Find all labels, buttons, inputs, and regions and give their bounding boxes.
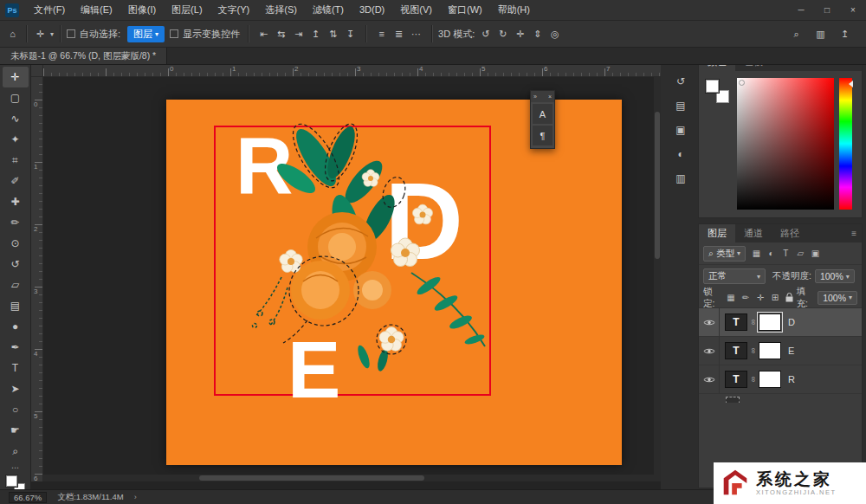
adjustments-icon[interactable]: ◐ — [670, 145, 691, 164]
layer-mask-thumbnail[interactable] — [759, 371, 781, 388]
history-icon[interactable]: ↺ — [670, 72, 691, 91]
3d-mode-icon-3[interactable]: ⇕ — [530, 25, 545, 42]
color-fg-bg-swatches[interactable] — [706, 80, 729, 103]
3d-mode-icon-2[interactable]: ✛ — [513, 25, 527, 42]
layers-panel-tab-0[interactable]: 图层 — [699, 224, 735, 242]
menu-item-8[interactable]: 视图(V) — [392, 0, 440, 20]
hand-tool[interactable]: ☛ — [3, 420, 29, 441]
color-picker-marker[interactable] — [739, 80, 745, 86]
opacity-dropdown[interactable]: 100% ▾ — [815, 269, 855, 283]
share-icon[interactable]: ↥ — [837, 25, 852, 42]
distribute-icon-0[interactable]: ≡ — [374, 25, 389, 42]
menu-item-5[interactable]: 选择(S) — [257, 0, 305, 20]
menu-item-2[interactable]: 图像(I) — [120, 0, 164, 20]
menu-item-6[interactable]: 滤镜(T) — [305, 0, 352, 20]
horizontal-scrollbar[interactable] — [43, 475, 654, 481]
panel-menu-icon[interactable]: ≡ — [846, 229, 862, 238]
shape-tool[interactable]: ○ — [3, 399, 29, 420]
align-icon-5[interactable]: ↧ — [343, 25, 358, 42]
zoom-level-field[interactable]: 66.67% — [9, 492, 47, 503]
window-close-button[interactable]: × — [840, 0, 866, 21]
zoom-tool[interactable]: ⌕ — [3, 441, 29, 462]
lock-icon[interactable] — [785, 293, 793, 302]
layer-row-partial[interactable] — [699, 394, 862, 403]
layer-filter-icon-2[interactable]: T — [779, 249, 792, 258]
text-layer-thumbnail[interactable]: T — [725, 342, 747, 359]
canvas-area[interactable]: R D E — [43, 77, 661, 481]
layer-row-E[interactable]: T∞E — [699, 337, 862, 365]
expand-panel-icon[interactable]: » — [533, 94, 537, 100]
status-flyout-chevron[interactable]: › — [134, 493, 137, 501]
healing-brush-tool[interactable]: ✚ — [3, 191, 29, 212]
menu-item-1[interactable]: 编辑(E) — [73, 0, 120, 20]
align-icon-4[interactable]: ⇅ — [326, 25, 340, 42]
align-icon-2[interactable]: ⇥ — [291, 25, 306, 42]
distribute-icon-2[interactable]: ⋯ — [409, 25, 423, 42]
foreground-background-swatches[interactable] — [6, 475, 25, 489]
layer-visibility-toggle[interactable] — [699, 337, 720, 365]
styles-icon[interactable]: ▥ — [670, 169, 691, 188]
menu-item-10[interactable]: 帮助(H) — [490, 0, 538, 20]
layer-filter-icon-4[interactable]: ▣ — [809, 249, 822, 258]
vertical-scrollbar[interactable] — [654, 77, 661, 481]
path-selection-tool[interactable]: ➤ — [3, 378, 29, 399]
align-icon-3[interactable]: ↥ — [308, 25, 323, 42]
filter-type-dropdown[interactable]: ⌕ 类型 ▾ — [703, 246, 746, 262]
blend-mode-dropdown[interactable]: 正常 ▾ — [703, 268, 766, 284]
character-panel-icon[interactable]: A — [533, 104, 553, 124]
saturation-brightness-picker[interactable] — [737, 78, 834, 210]
menu-item-7[interactable]: 3D(D) — [352, 0, 392, 20]
artwork-canvas[interactable]: R D E — [166, 100, 622, 465]
brush-tool[interactable]: ✏ — [3, 212, 29, 233]
foreground-color-swatch[interactable] — [6, 475, 17, 487]
auto-select-checkbox[interactable] — [67, 29, 75, 38]
clone-stamp-tool[interactable]: ⊙ — [3, 233, 29, 254]
vertical-scrollbar-thumb[interactable] — [655, 112, 660, 259]
hue-slider[interactable] — [839, 78, 852, 210]
home-icon[interactable]: ⌂ — [5, 25, 20, 42]
lock-icon-0[interactable]: ▦ — [725, 293, 738, 302]
3d-mode-icon-4[interactable]: ◎ — [547, 25, 562, 42]
menu-item-0[interactable]: 文件(F) — [26, 0, 73, 20]
layer-visibility-toggle[interactable] — [699, 365, 720, 393]
paragraph-panel-icon[interactable]: ¶ — [533, 126, 553, 145]
layers-panel-tab-2[interactable]: 路径 — [772, 224, 808, 242]
gradient-tool[interactable]: ▤ — [3, 295, 29, 316]
layer-row-D[interactable]: T∞D — [699, 308, 862, 337]
properties-icon[interactable]: ▤ — [670, 96, 691, 115]
lock-icon-2[interactable]: ✛ — [754, 293, 767, 302]
search-icon[interactable]: ⌕ — [789, 25, 804, 42]
history-brush-tool[interactable]: ↺ — [3, 254, 29, 275]
menu-item-3[interactable]: 图层(L) — [164, 0, 210, 20]
document-tab[interactable]: 未标题-1 @ 66.7% (D, 图层蒙版/8) * — [0, 48, 167, 64]
lasso-tool[interactable]: ∿ — [3, 108, 29, 129]
blur-tool[interactable]: ● — [3, 316, 29, 337]
eyedropper-tool[interactable]: ✐ — [3, 171, 29, 191]
tool-preset-icon[interactable]: ✛ — [33, 25, 48, 42]
edit-toolbar-icon[interactable]: ⋯ — [11, 463, 19, 472]
layers-panel-tab-1[interactable]: 通道 — [735, 224, 772, 242]
layer-row-R[interactable]: T∞R — [699, 365, 862, 394]
window-maximize-button[interactable]: □ — [814, 0, 840, 21]
3d-mode-icon-0[interactable]: ↺ — [478, 25, 493, 42]
libraries-icon[interactable]: ▣ — [670, 120, 691, 139]
workspace-switcher-icon[interactable]: ▥ — [813, 25, 828, 42]
move-tool[interactable]: ✛ — [3, 67, 29, 87]
layer-filter-icon-3[interactable]: ▱ — [794, 249, 807, 258]
close-icon[interactable]: × — [548, 94, 552, 100]
lock-icon-1[interactable]: ✏ — [740, 293, 753, 302]
window-minimize-button[interactable]: ─ — [788, 0, 814, 21]
show-transform-checkbox[interactable] — [170, 29, 178, 38]
text-layer-thumbnail[interactable]: T — [725, 313, 747, 331]
layer-mask-thumbnail[interactable] — [759, 313, 781, 331]
layer-visibility-toggle[interactable] — [699, 308, 720, 336]
fill-dropdown[interactable]: 100% ▾ — [818, 291, 857, 305]
auto-select-target-dropdown[interactable]: 图层▾ — [127, 26, 165, 42]
crop-tool[interactable]: ⌗ — [3, 150, 29, 171]
quick-selection-tool[interactable]: ✦ — [3, 129, 29, 150]
hue-slider-marker[interactable] — [849, 81, 853, 87]
text-layer-thumbnail[interactable]: T — [725, 371, 747, 388]
type-tool[interactable]: T — [3, 358, 29, 378]
lock-icon-3[interactable]: ⊞ — [769, 293, 782, 302]
pen-tool[interactable]: ✒ — [3, 337, 29, 358]
